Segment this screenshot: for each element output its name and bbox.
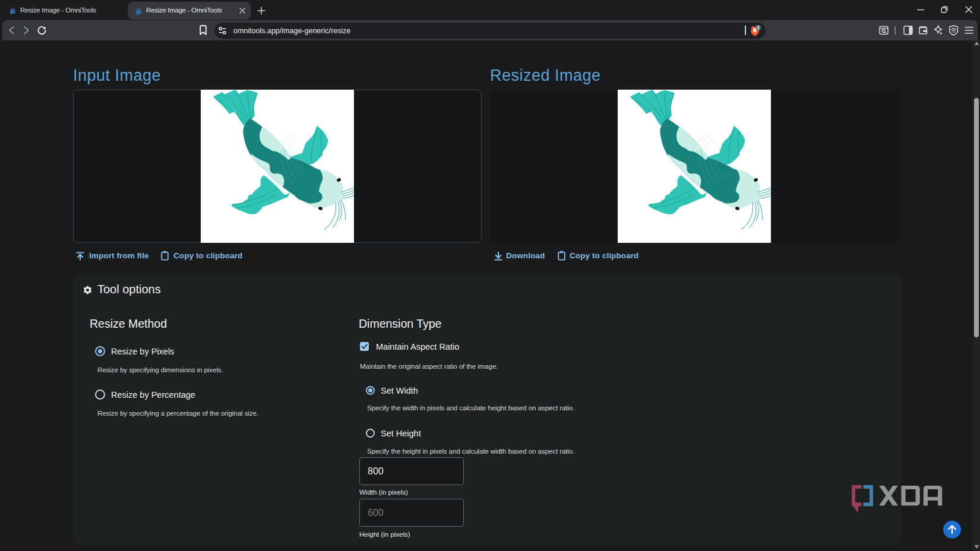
svg-text:2: 2 [757, 26, 760, 30]
